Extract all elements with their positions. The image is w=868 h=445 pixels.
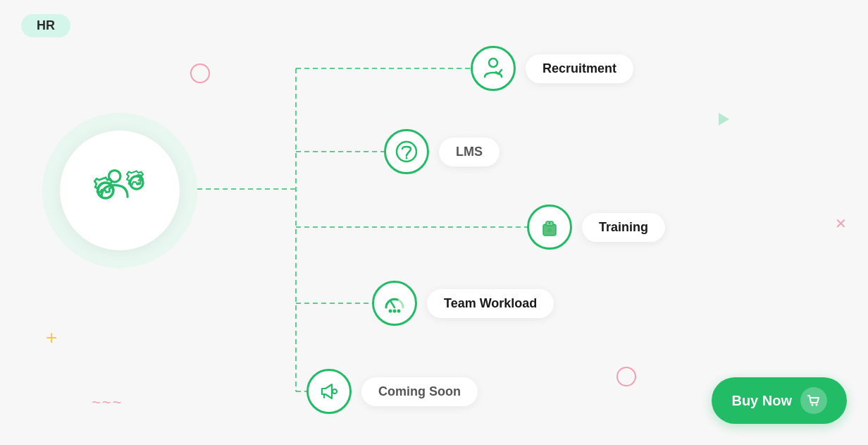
- module-team-workload[interactable]: Team Workload: [372, 281, 554, 326]
- center-icon-container: ?: [60, 130, 180, 250]
- svg-point-19: [389, 310, 392, 313]
- coming-soon-icon-circle: [306, 369, 352, 414]
- deco-wave: ~~~: [92, 394, 123, 412]
- svg-point-13: [406, 157, 408, 159]
- cart-icon-circle: [800, 387, 827, 414]
- module-recruitment[interactable]: Recruitment: [471, 46, 633, 91]
- hr-badge-label: HR: [37, 18, 55, 32]
- coming-soon-label: Coming Soon: [361, 377, 478, 406]
- team-workload-icon-circle: [372, 281, 417, 326]
- lms-icon-circle: [384, 129, 429, 174]
- svg-point-20: [393, 310, 397, 313]
- svg-point-22: [333, 389, 337, 394]
- svg-line-18: [391, 302, 395, 307]
- svg-point-24: [812, 404, 814, 406]
- module-training[interactable]: Training: [527, 205, 665, 250]
- training-icon-circle: [527, 205, 572, 250]
- deco-triangle: [719, 113, 729, 126]
- buy-now-label: Buy Now: [731, 393, 792, 409]
- training-icon: [537, 214, 562, 240]
- svg-text:?: ?: [135, 171, 143, 187]
- svg-rect-17: [547, 228, 552, 232]
- deco-circle-1: [190, 63, 210, 83]
- center-circle: ?: [42, 113, 197, 268]
- svg-point-25: [816, 404, 818, 406]
- cart-icon: [806, 393, 822, 408]
- hr-icon: ?: [81, 152, 159, 229]
- team-workload-label: Team Workload: [427, 289, 554, 318]
- svg-point-21: [397, 310, 401, 313]
- recruitment-icon-circle: [471, 46, 516, 91]
- deco-x: ✕: [835, 215, 847, 232]
- svg-point-11: [489, 59, 497, 67]
- hr-badge: HR: [21, 14, 70, 37]
- svg-point-1: [108, 171, 120, 183]
- coming-soon-icon: [316, 379, 342, 404]
- lms-icon: [394, 139, 419, 164]
- recruitment-icon: [480, 56, 506, 81]
- deco-circle-2: [616, 367, 636, 386]
- recruitment-label: Recruitment: [526, 54, 633, 83]
- team-workload-icon: [382, 291, 407, 316]
- deco-plus: +: [46, 328, 57, 348]
- training-label: Training: [582, 213, 665, 242]
- buy-now-button[interactable]: Buy Now: [712, 377, 847, 424]
- lms-label: LMS: [439, 138, 500, 166]
- module-lms[interactable]: LMS: [384, 129, 500, 174]
- module-coming-soon[interactable]: Coming Soon: [306, 369, 478, 414]
